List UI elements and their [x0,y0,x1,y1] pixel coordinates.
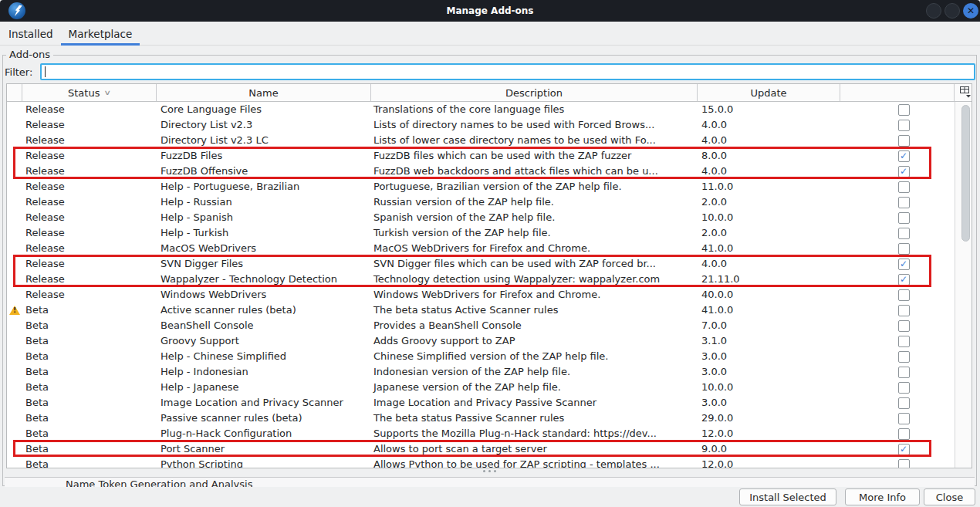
row-description: The beta status Passive Scanner rules [371,411,698,426]
table-row[interactable]: ReleaseSVN Digger FilesSVN Digger files … [7,256,972,272]
table-row[interactable]: ReleaseMacOS WebDriversMacOS WebDrivers … [7,241,972,256]
row-status: Release [22,287,157,303]
table-row[interactable]: BetaPort ScannerAllows to port scan a ta… [7,441,972,457]
status-icon-cell [7,349,22,364]
tab-underline [1,43,61,46]
status-icon-cell [7,287,22,303]
row-status: Beta [22,441,157,457]
table-row[interactable]: BetaImage Location and Privacy ScannerIm… [7,395,972,411]
row-checkbox[interactable] [898,289,910,301]
row-checkbox-cell [840,457,955,468]
scrollbar-thumb[interactable] [961,105,970,242]
column-header-name[interactable]: Name [157,84,371,101]
table-row[interactable]: ReleaseFuzzDB OffensiveFuzzDB web backdo… [7,164,972,179]
row-checkbox[interactable]: ✓ [898,150,910,162]
column-header-description[interactable]: Description [371,84,698,101]
scrollbar-track[interactable] [955,102,972,468]
row-checkbox[interactable] [898,212,910,224]
row-checkbox[interactable]: ✓ [898,259,910,270]
row-name: Help - Portuguese, Brazilian [157,179,371,194]
row-checkbox[interactable] [898,305,910,316]
row-status: Release [22,272,157,287]
row-name: BeanShell Console [157,318,371,333]
close-window-button[interactable]: ✕ [963,3,978,19]
row-description: Russian version of the ZAP help file. [371,194,698,210]
install-selected-button[interactable]: Install Selected [739,488,836,505]
row-checkbox[interactable] [898,135,910,147]
table-row[interactable]: BetaPython ScriptingAllows Python to be … [7,457,972,468]
row-update-version: 12.0.0 [698,457,840,468]
row-name: Core Language Files [157,102,371,117]
more-info-button[interactable]: More Info [845,488,920,505]
row-checkbox[interactable] [898,104,910,116]
column-control-icon[interactable] [959,86,972,99]
table-row[interactable]: ReleaseWindows WebDriversWindows WebDriv… [7,287,972,303]
column-header-status[interactable]: Status ∨ [22,84,157,101]
table-row[interactable]: ReleaseHelp - RussianRussian version of … [7,194,972,210]
status-icon-cell [7,148,22,164]
filter-input[interactable] [40,63,975,80]
row-update-version: 15.0.0 [698,102,840,117]
row-checkbox-cell: ✓ [840,256,955,272]
row-checkbox[interactable] [898,320,910,332]
table-row[interactable]: BetaHelp - JapaneseJapanese version of t… [7,380,972,395]
table-row[interactable]: ReleaseDirectory List v2.3 LCLists of lo… [7,133,972,148]
detail-panel-text: Name Token Generation and Analysis [66,479,252,487]
table-row[interactable]: ReleaseHelp - SpanishSpanish version of … [7,210,972,225]
row-description: Adds Groovy support to ZAP [371,333,698,349]
row-checkbox[interactable] [898,243,910,255]
row-checkbox[interactable]: ✓ [898,166,910,177]
table-row[interactable]: ReleaseWappalyzer - Technology Detection… [7,272,972,287]
minimize-button[interactable] [926,3,941,19]
row-checkbox[interactable] [898,228,910,239]
close-button[interactable]: Close [924,488,975,505]
row-status: Release [22,210,157,225]
splitter-handle[interactable] [483,470,500,475]
maximize-button[interactable] [945,3,960,19]
row-checkbox[interactable]: ✓ [898,274,910,286]
row-name: MacOS WebDrivers [157,241,371,256]
addons-group-label: Add-ons [6,49,53,60]
table-row[interactable]: BetaPassive scanner rules (beta)The beta… [7,411,972,426]
row-description: Provides a BeanShell Console [371,318,698,333]
status-icon-cell [7,380,22,395]
row-checkbox[interactable] [898,120,910,131]
row-checkbox[interactable] [898,197,910,208]
row-checkbox[interactable] [898,413,910,424]
row-checkbox[interactable] [898,367,910,378]
status-icon-cell [7,411,22,426]
row-checkbox[interactable] [898,428,910,440]
window-title: Manage Add-ons [0,0,980,22]
row-description: Japanese version of the ZAP help file. [371,380,698,395]
row-update-version: 9.0.0 [698,441,840,457]
table-row[interactable]: ReleaseFuzzDB FilesFuzzDB files which ca… [7,148,972,164]
row-checkbox[interactable]: ✓ [898,444,910,455]
row-description: Technology detection using Wappalyzer: w… [371,272,698,287]
column-header-update[interactable]: Update [698,84,840,101]
tab-installed-label: Installed [8,28,53,40]
table-row[interactable]: BetaHelp - Chinese SimplifiedChinese Sim… [7,349,972,364]
row-checkbox[interactable] [898,181,910,193]
table-row[interactable]: ReleaseHelp - Portuguese, BrazilianPortu… [7,179,972,194]
row-checkbox[interactable] [898,459,910,468]
table-row[interactable]: BetaBeanShell ConsoleProvides a BeanShel… [7,318,972,333]
table-row[interactable]: !BetaActive scanner rules (beta)The beta… [7,303,972,318]
table-row[interactable]: ReleaseDirectory List v2.3Lists of direc… [7,117,972,133]
row-status: Beta [22,411,157,426]
warning-icon: ! [9,306,20,315]
table-row[interactable]: BetaGroovy SupportAdds Groovy support to… [7,333,972,349]
row-name: Groovy Support [157,333,371,349]
status-icon-cell [7,426,22,441]
row-checkbox[interactable] [898,351,910,363]
row-checkbox[interactable] [898,382,910,394]
tab-marketplace[interactable]: Marketplace [61,22,140,46]
status-icon-cell [7,318,22,333]
table-row[interactable]: BetaPlug-n-Hack ConfigurationSupports th… [7,426,972,441]
table-row[interactable]: ReleaseCore Language FilesTranslations o… [7,102,972,117]
table-row[interactable]: ReleaseHelp - TurkishTurkish version of … [7,225,972,241]
tab-installed[interactable]: Installed [1,22,61,46]
row-checkbox[interactable] [898,397,910,409]
row-checkbox-cell [840,194,955,210]
row-checkbox[interactable] [898,336,910,347]
table-row[interactable]: BetaHelp - IndonesianIndonesian version … [7,364,972,380]
